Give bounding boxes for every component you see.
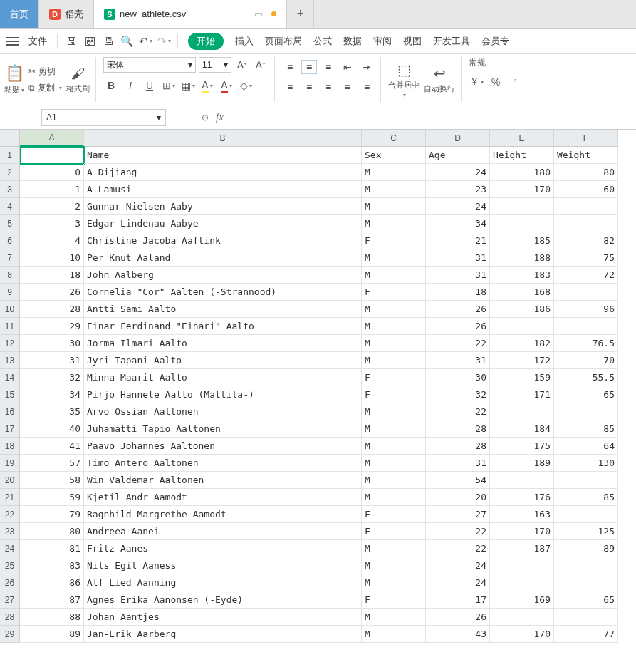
cell[interactable]: 31 [426, 249, 490, 267]
clear-format-button[interactable]: ◇ [238, 78, 254, 93]
cell[interactable]: 2 [20, 198, 84, 215]
preview-icon[interactable]: 🔍 [119, 33, 135, 49]
cell[interactable]: 65 [554, 386, 618, 403]
cell[interactable]: Johan Aantjes [84, 609, 362, 626]
save-as-icon[interactable]: 🗟 [82, 33, 98, 49]
cell[interactable]: 26 [426, 609, 490, 626]
bold-button[interactable]: B [103, 78, 119, 93]
row-header[interactable]: 22 [0, 506, 20, 523]
cell[interactable]: 18 [20, 267, 84, 284]
cell[interactable]: 184 [490, 420, 554, 438]
column-header-C[interactable]: C [362, 130, 426, 147]
cell[interactable]: 64 [554, 438, 618, 455]
cell[interactable]: 23 [426, 181, 490, 198]
cell[interactable]: 82 [554, 232, 618, 249]
merge-cells-button[interactable]: ⬚ 合并居中 [388, 61, 419, 98]
cell[interactable]: 77 [554, 626, 618, 643]
cell[interactable]: 18 [426, 284, 490, 301]
cell[interactable]: 30 [20, 335, 84, 352]
cell[interactable]: Juhamatti Tapio Aaltonen [84, 420, 362, 438]
cell[interactable]: F [362, 523, 426, 540]
cell[interactable]: 24 [426, 164, 490, 181]
menu-formula[interactable]: 公式 [309, 32, 336, 51]
undo-icon[interactable]: ↶ [137, 33, 153, 49]
cell[interactable]: Agnes Erika Aanonsen (-Eyde) [84, 591, 362, 609]
row-header[interactable]: 9 [0, 284, 20, 301]
cell[interactable]: M [362, 352, 426, 369]
cell[interactable]: 24 [426, 574, 490, 591]
row-header[interactable]: 12 [0, 335, 20, 352]
cell[interactable] [554, 472, 618, 489]
cell[interactable]: 28 [426, 438, 490, 455]
cell[interactable]: M [362, 301, 426, 318]
cell[interactable]: M [362, 455, 426, 472]
font-size-select[interactable]: 11▾ [199, 57, 231, 73]
paste-button[interactable]: 📋 粘贴 [4, 64, 24, 95]
cell[interactable]: 24 [426, 198, 490, 215]
row-header[interactable]: 28 [0, 609, 20, 626]
cell[interactable] [554, 284, 618, 301]
cancel-formula-icon[interactable]: ⊖ [202, 113, 209, 123]
row-header[interactable]: 24 [0, 540, 20, 557]
cell[interactable]: 79 [20, 506, 84, 523]
cell[interactable]: 28 [20, 301, 84, 318]
cell[interactable]: 96 [554, 301, 618, 318]
cell[interactable] [490, 318, 554, 335]
cell[interactable]: M [362, 215, 426, 232]
cell[interactable]: M [362, 420, 426, 438]
row-header[interactable]: 1 [0, 147, 20, 164]
align-middle-icon[interactable]: ≡ [301, 60, 317, 74]
cell[interactable]: 169 [490, 591, 554, 609]
cell[interactable]: F [362, 232, 426, 249]
row-header[interactable]: 11 [0, 318, 20, 335]
cell[interactable]: F [362, 506, 426, 523]
cell[interactable]: 55.5 [554, 369, 618, 386]
align-distribute-icon[interactable]: ≡ [359, 80, 375, 94]
row-header[interactable]: 4 [0, 198, 20, 215]
row-header[interactable]: 7 [0, 249, 20, 267]
cell[interactable]: 28 [426, 420, 490, 438]
cell[interactable]: M [362, 489, 426, 506]
cell[interactable]: 3 [20, 215, 84, 232]
cell[interactable]: 41 [20, 438, 84, 455]
decrease-indent-icon[interactable]: ⇤ [340, 60, 355, 74]
font-color-button[interactable]: A [219, 78, 234, 93]
align-justify-icon[interactable]: ≡ [340, 80, 355, 94]
fx-icon[interactable]: fx [216, 111, 224, 123]
cell[interactable]: Andreea Aanei [84, 523, 362, 540]
fill-style-button[interactable]: ▦ [180, 78, 196, 93]
cell[interactable]: Height [490, 147, 554, 164]
cell[interactable]: 40 [20, 420, 84, 438]
cell[interactable] [490, 215, 554, 232]
row-header[interactable]: 8 [0, 267, 20, 284]
cell[interactable] [490, 403, 554, 420]
align-center-icon[interactable]: ≡ [301, 80, 317, 94]
cell[interactable]: John Aalberg [84, 267, 362, 284]
cell[interactable]: Pirjo Hannele Aalto (Mattila-) [84, 386, 362, 403]
cell[interactable]: 86 [20, 574, 84, 591]
cell[interactable]: 35 [20, 403, 84, 420]
tab-new[interactable]: + [287, 0, 314, 28]
menu-member[interactable]: 会员专 [477, 32, 514, 51]
cell[interactable]: 57 [20, 455, 84, 472]
row-header[interactable]: 25 [0, 557, 20, 574]
cell[interactable]: M [362, 540, 426, 557]
cell[interactable]: Name [84, 147, 362, 164]
cell[interactable]: 22 [426, 523, 490, 540]
cell[interactable]: 180 [490, 164, 554, 181]
cell[interactable]: M [362, 609, 426, 626]
cell[interactable]: 31 [426, 455, 490, 472]
thousands-button[interactable]: ⁿ [507, 75, 523, 89]
cell[interactable]: 89 [20, 626, 84, 643]
number-format-select[interactable]: 常规 [469, 57, 486, 69]
menu-layout[interactable]: 页面布局 [261, 32, 306, 51]
cell[interactable]: 58 [20, 472, 84, 489]
cell[interactable] [20, 147, 84, 164]
cell[interactable]: Jorma Ilmari Aalto [84, 335, 362, 352]
cell[interactable]: 185 [490, 232, 554, 249]
cell[interactable]: 43 [426, 626, 490, 643]
cell[interactable]: 188 [490, 249, 554, 267]
cell[interactable] [554, 198, 618, 215]
column-header-A[interactable]: A [20, 130, 84, 147]
align-right-icon[interactable]: ≡ [320, 80, 336, 94]
